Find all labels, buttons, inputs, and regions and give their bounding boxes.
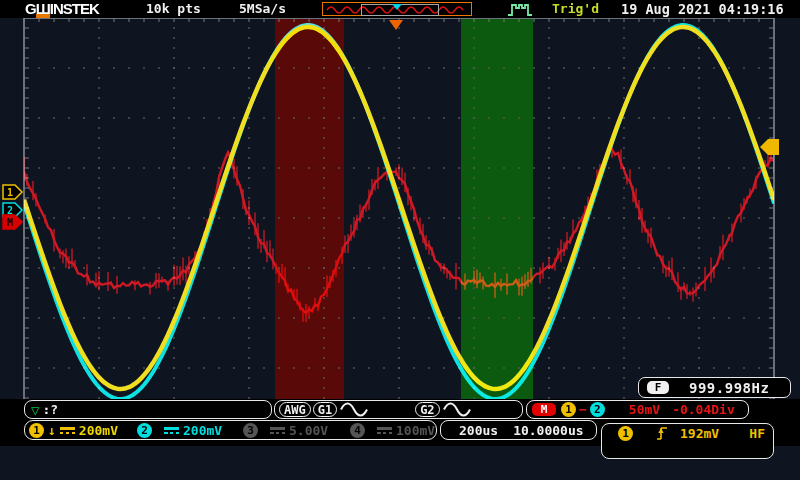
channel-1-position-arrow: ↓ (48, 423, 56, 438)
channel-4-scale: 100mV (396, 423, 435, 438)
trigger-hf-reject: HF (749, 426, 765, 441)
trigger-rising-edge-icon (656, 426, 669, 442)
channel-3-badge: 3 (243, 423, 258, 438)
channel-marker-1[interactable]: 1 (3, 185, 22, 199)
channel-3-scale: 5.00V (289, 423, 328, 438)
frequency-counter-box: F 999.998Hz (638, 377, 791, 398)
channel-2-badge: 2 (137, 423, 152, 438)
svg-text:M: M (7, 217, 13, 228)
awg-gen2-label: G2 (415, 402, 439, 417)
datetime: 19 Aug 2021 04:19:16 (621, 1, 784, 17)
trigger-type-pulse-icon (507, 3, 534, 17)
brand-logo: GШINSTEK (25, 0, 99, 18)
help-text: :? (42, 402, 58, 417)
frequency-label: F (647, 381, 669, 394)
top-status-bar: GШINSTEK 10k pts 5MSa/s Trig'd 19 Aug 20… (0, 0, 800, 18)
svg-text:1: 1 (7, 187, 13, 198)
channel-2-scale: 200mV (183, 423, 222, 438)
acquisition-preview-box[interactable] (322, 2, 472, 16)
timebase-box[interactable]: 200us 10.0000us (440, 420, 597, 440)
channel-1-badge: 1 (29, 423, 44, 438)
channel-1-scale: 200mV (79, 423, 118, 438)
logo-w-mark: Ш (36, 3, 50, 18)
trigger-position-marker[interactable] (389, 20, 403, 30)
awg-gen1-label: G1 (313, 402, 337, 417)
timebase-delay: 10.0000us (513, 423, 583, 438)
channel-4-badge: 4 (350, 423, 365, 438)
trigger-level: 192mV (680, 426, 719, 441)
trigger-source-badge: 1 (618, 426, 633, 441)
waveform-traces (24, 25, 774, 399)
math-label: M (532, 403, 556, 416)
channel-4-dc-coupling-icon (377, 427, 392, 434)
channel-3-status[interactable]: 3 5.00V (243, 423, 328, 438)
timebase-main: 200us (459, 423, 498, 438)
math-scale: 50mV (629, 402, 660, 417)
channel-2-dc-coupling-icon (164, 427, 179, 434)
channel-4-status[interactable]: 4 100mV (350, 423, 435, 438)
channel-1-status[interactable]: 1 ↓ 200mV (29, 423, 118, 438)
awg-status-box[interactable]: AWG G1 G2 (274, 400, 523, 419)
position-marker-icon (392, 4, 402, 10)
trigger-level-marker[interactable] (760, 139, 779, 155)
gen1-sine-icon (339, 401, 371, 418)
channel-1-dc-coupling-icon (60, 427, 75, 434)
channel-status-box[interactable]: 1 ↓ 200mV 2 200mV 3 5.00V 4 100mV (24, 420, 437, 440)
menu-triangle-icon: ▽ (31, 402, 39, 418)
trigger-status: Trig'd (552, 1, 599, 16)
help-message-box[interactable]: ▽ :? (24, 400, 272, 419)
awg-label: AWG (279, 402, 311, 417)
math-source-a-badge: 1 (561, 402, 576, 417)
math-position: -0.04Div (672, 402, 735, 417)
channel-marker-M[interactable]: M (3, 215, 22, 229)
ch2-trace (24, 25, 774, 399)
frequency-value: 999.998Hz (689, 380, 769, 396)
record-length: 10k pts (146, 1, 201, 16)
math-source-b-badge: 2 (590, 402, 605, 417)
math-status-box[interactable]: M 1 − 2 50mV -0.04Div (526, 400, 749, 419)
channel-3-dc-coupling-icon (270, 427, 285, 434)
channel-2-status[interactable]: 2 200mV (137, 423, 222, 438)
trigger-status-box[interactable]: 1 192mV HF (601, 423, 774, 459)
sample-rate: 5MSa/s (239, 1, 286, 16)
math-operator: − (579, 402, 587, 417)
gen2-sine-icon (442, 401, 474, 418)
